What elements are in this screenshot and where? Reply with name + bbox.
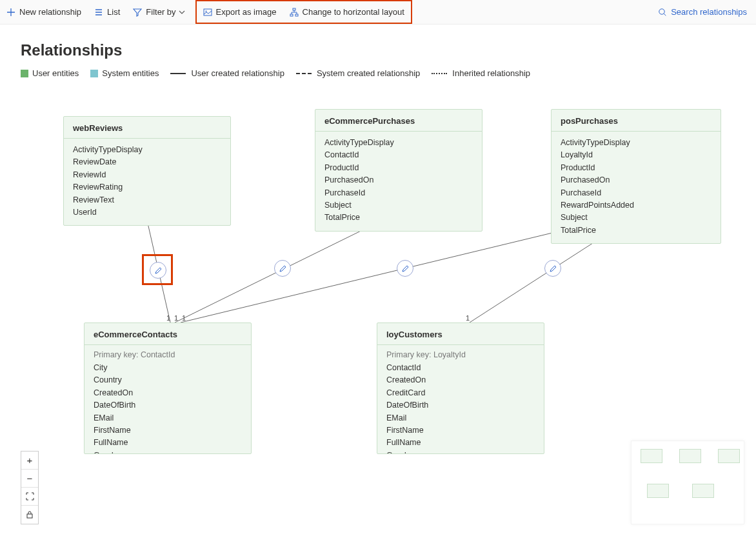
entity-loyCustomers[interactable]: loyCustomers Primary key: LoyaltyId Cont… [377, 323, 544, 454]
edit-relationship-highlight [142, 254, 173, 285]
svg-point-1 [205, 10, 206, 12]
entity-title: eCommerceContacts [85, 323, 251, 345]
entity-title: webReviews [64, 117, 230, 139]
entity-eCommerceContacts[interactable]: eCommerceContacts Primary key: ContactId… [84, 323, 252, 454]
fit-to-screen-button[interactable] [21, 488, 38, 506]
legend-user-relationship: User created relationship [170, 68, 284, 78]
page-title: Relationships [21, 41, 756, 59]
field: UserId [73, 206, 221, 219]
edit-relationship-button[interactable] [274, 260, 291, 277]
lock-view-button[interactable] [21, 506, 38, 524]
field: DateOfBirth [94, 399, 242, 412]
pencil-icon [154, 266, 163, 275]
svg-rect-2 [293, 8, 295, 10]
entity-fields: ActivityTypeDisplay ReviewDate ReviewId … [64, 139, 230, 225]
field: ProductId [324, 162, 473, 174]
minimap-entity [641, 449, 662, 463]
entity-title: loyCustomers [377, 323, 544, 345]
svg-rect-4 [295, 14, 298, 16]
field: Subject [324, 199, 473, 212]
svg-rect-10 [27, 514, 32, 518]
cardinality-one: 1 [466, 314, 470, 322]
field: ActivityTypeDisplay [73, 144, 221, 156]
pencil-icon [549, 264, 557, 273]
zoom-in-button[interactable]: + [21, 452, 38, 470]
minimap-entity [647, 484, 669, 498]
field: ContactId [386, 362, 535, 374]
edit-relationship-button[interactable] [544, 260, 561, 277]
list-view-button[interactable]: List [88, 0, 126, 24]
zoom-out-button[interactable]: − [21, 470, 38, 488]
new-relationship-label: New relationship [19, 7, 81, 17]
field: FirstName [94, 424, 242, 437]
field: Country [94, 374, 242, 386]
minimap-entity [679, 449, 701, 463]
change-layout-button[interactable]: Change to horizontal layout [283, 1, 411, 23]
system-entity-swatch [90, 70, 98, 77]
entity-fields: Primary key: LoyaltyId ContactId Created… [377, 345, 544, 453]
field: ReviewText [73, 194, 221, 206]
primary-key: Primary key: ContactId [94, 350, 242, 359]
entity-fields: ActivityTypeDisplay LoyaltyId ProductId … [552, 132, 721, 243]
entity-webReviews[interactable]: webReviews ActivityTypeDisplay ReviewDat… [63, 116, 231, 226]
minimap-entity [692, 484, 714, 498]
entity-fields: ActivityTypeDisplay ContactId ProductId … [315, 132, 482, 231]
field: PurchaseId [324, 187, 473, 199]
field: Gender [386, 450, 535, 453]
legend-system-relationship: System created relationship [296, 68, 420, 78]
entity-title: posPurchases [552, 110, 721, 132]
dotted-line-icon [432, 73, 447, 74]
fullscreen-icon [26, 492, 34, 501]
command-bar: New relationship List Filter by Export a… [0, 0, 756, 25]
minimap[interactable] [631, 441, 744, 524]
field: City [94, 362, 242, 374]
list-view-label: List [107, 7, 120, 17]
new-relationship-button[interactable]: New relationship [0, 0, 88, 24]
field: EMail [386, 412, 535, 424]
relationship-canvas[interactable]: * * * * 1 1 1 1 webReviews ActivityTypeD… [0, 100, 756, 536]
cardinality-one: 1 [174, 314, 178, 322]
filter-by-label: Filter by [146, 7, 175, 17]
filter-by-button[interactable]: Filter by [126, 0, 195, 24]
toolbar-highlight: Export as image Change to horizontal lay… [195, 0, 412, 24]
solid-line-icon [170, 73, 186, 74]
pencil-icon [401, 264, 410, 273]
field: ProductId [561, 162, 711, 174]
change-layout-label: Change to horizontal layout [303, 7, 404, 17]
search-placeholder: Search relationships [671, 7, 747, 17]
field: ReviewDate [73, 156, 221, 168]
field: FullName [386, 437, 535, 449]
field: ReviewRating [73, 181, 221, 194]
dashed-line-icon [296, 73, 312, 74]
field: FullName [94, 437, 242, 449]
list-icon [94, 8, 103, 17]
pencil-icon [279, 264, 287, 273]
primary-key: Primary key: LoyaltyId [386, 350, 535, 359]
plus-icon [6, 8, 15, 17]
zoom-controls: + − [21, 451, 39, 524]
legend-user-entities: User entities [21, 68, 79, 78]
edit-relationship-button[interactable] [150, 262, 166, 279]
entity-fields: Primary key: ContactId City Country Crea… [85, 345, 251, 453]
field: PurchaseId [561, 187, 711, 199]
field: TotalPrice [561, 224, 711, 237]
cardinality-one: 1 [182, 314, 186, 322]
search-relationships-input[interactable]: Search relationships [649, 0, 756, 24]
edit-relationship-button[interactable] [397, 260, 413, 277]
field: Gender [94, 450, 242, 453]
field: ReviewId [73, 169, 221, 181]
field: FirstName [386, 424, 535, 437]
image-icon [203, 8, 212, 17]
field: TotalPrice [324, 212, 473, 224]
export-image-label: Export as image [216, 7, 277, 17]
lock-icon [26, 511, 34, 519]
user-entity-swatch [21, 70, 28, 77]
svg-rect-3 [290, 14, 293, 16]
entity-eCommercePurchases[interactable]: eCommercePurchases ActivityTypeDisplay C… [315, 109, 482, 232]
entity-posPurchases[interactable]: posPurchases ActivityTypeDisplay Loyalty… [551, 109, 721, 244]
field: CreatedOn [386, 374, 535, 386]
export-image-button[interactable]: Export as image [197, 1, 283, 23]
minimap-entity [718, 449, 740, 463]
field: ActivityTypeDisplay [324, 137, 473, 149]
field: ContactId [324, 149, 473, 161]
